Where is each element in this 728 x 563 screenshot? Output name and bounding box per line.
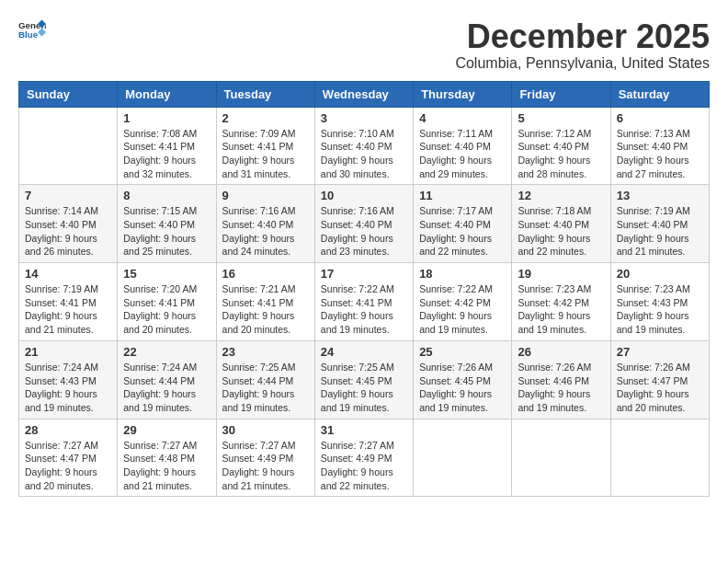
day-number: 16 — [222, 267, 309, 281]
column-header-tuesday: Tuesday — [216, 81, 314, 107]
column-header-saturday: Saturday — [610, 81, 709, 107]
day-info: Sunrise: 7:26 AM Sunset: 4:46 PM Dayligh… — [518, 361, 604, 415]
calendar-cell: 23Sunrise: 7:25 AM Sunset: 4:44 PM Dayli… — [216, 340, 314, 419]
calendar-cell — [512, 419, 610, 497]
calendar-cell: 21Sunrise: 7:24 AM Sunset: 4:43 PM Dayli… — [19, 340, 118, 419]
day-number: 3 — [321, 111, 407, 125]
day-number: 6 — [617, 111, 703, 125]
day-number: 7 — [25, 189, 111, 202]
day-number: 10 — [321, 189, 407, 202]
calendar-cell: 7Sunrise: 7:14 AM Sunset: 4:40 PM Daylig… — [19, 185, 118, 263]
calendar-cell: 11Sunrise: 7:17 AM Sunset: 4:40 PM Dayli… — [414, 185, 512, 263]
day-info: Sunrise: 7:25 AM Sunset: 4:44 PM Dayligh… — [222, 361, 309, 415]
calendar-cell: 31Sunrise: 7:27 AM Sunset: 4:49 PM Dayli… — [314, 419, 413, 497]
logo-icon: General Blue — [18, 18, 46, 40]
calendar-week-row: 1Sunrise: 7:08 AM Sunset: 4:41 PM Daylig… — [19, 107, 710, 185]
calendar-cell: 2Sunrise: 7:09 AM Sunset: 4:41 PM Daylig… — [216, 107, 314, 185]
day-number: 15 — [123, 267, 210, 281]
calendar-cell: 10Sunrise: 7:16 AM Sunset: 4:40 PM Dayli… — [314, 185, 413, 263]
day-info: Sunrise: 7:26 AM Sunset: 4:45 PM Dayligh… — [419, 361, 506, 415]
calendar-cell: 3Sunrise: 7:10 AM Sunset: 4:40 PM Daylig… — [314, 107, 413, 185]
day-info: Sunrise: 7:12 AM Sunset: 4:40 PM Dayligh… — [518, 127, 604, 181]
calendar-cell: 28Sunrise: 7:27 AM Sunset: 4:47 PM Dayli… — [19, 419, 118, 497]
day-number: 4 — [419, 111, 506, 125]
calendar-cell: 26Sunrise: 7:26 AM Sunset: 4:46 PM Dayli… — [512, 340, 610, 419]
calendar-cell: 18Sunrise: 7:22 AM Sunset: 4:42 PM Dayli… — [414, 263, 512, 341]
logo: General Blue — [18, 18, 46, 40]
day-info: Sunrise: 7:27 AM Sunset: 4:48 PM Dayligh… — [123, 439, 210, 493]
day-info: Sunrise: 7:17 AM Sunset: 4:40 PM Dayligh… — [419, 204, 506, 259]
svg-text:Blue: Blue — [18, 29, 39, 40]
title-section: December 2025 Columbia, Pennsylvania, Un… — [455, 18, 710, 72]
day-info: Sunrise: 7:20 AM Sunset: 4:41 PM Dayligh… — [123, 282, 210, 337]
day-number: 22 — [123, 345, 210, 359]
calendar-cell — [414, 419, 512, 497]
day-number: 21 — [25, 345, 111, 359]
column-header-friday: Friday — [512, 81, 610, 107]
day-info: Sunrise: 7:24 AM Sunset: 4:43 PM Dayligh… — [25, 361, 111, 415]
column-header-wednesday: Wednesday — [314, 81, 413, 107]
day-info: Sunrise: 7:22 AM Sunset: 4:42 PM Dayligh… — [419, 282, 506, 337]
calendar-cell — [19, 107, 118, 185]
day-info: Sunrise: 7:23 AM Sunset: 4:43 PM Dayligh… — [617, 282, 703, 337]
day-number: 1 — [123, 111, 210, 125]
calendar-header-row: SundayMondayTuesdayWednesdayThursdayFrid… — [19, 81, 710, 107]
day-number: 23 — [222, 345, 309, 359]
calendar-cell: 13Sunrise: 7:19 AM Sunset: 4:40 PM Dayli… — [610, 185, 709, 263]
day-number: 11 — [419, 189, 506, 202]
calendar-cell: 1Sunrise: 7:08 AM Sunset: 4:41 PM Daylig… — [118, 107, 216, 185]
day-number: 29 — [123, 423, 210, 437]
day-info: Sunrise: 7:09 AM Sunset: 4:41 PM Dayligh… — [222, 127, 309, 181]
day-number: 5 — [518, 111, 604, 125]
page-header: General Blue December 2025 Columbia, Pen… — [18, 18, 710, 72]
calendar-cell: 15Sunrise: 7:20 AM Sunset: 4:41 PM Dayli… — [118, 263, 216, 341]
location-title: Columbia, Pennsylvania, United States — [455, 55, 710, 72]
day-number: 8 — [123, 189, 210, 202]
day-number: 19 — [518, 267, 604, 281]
day-info: Sunrise: 7:25 AM Sunset: 4:45 PM Dayligh… — [321, 361, 407, 415]
day-number: 31 — [321, 423, 407, 437]
calendar-cell: 25Sunrise: 7:26 AM Sunset: 4:45 PM Dayli… — [414, 340, 512, 419]
day-info: Sunrise: 7:08 AM Sunset: 4:41 PM Dayligh… — [123, 127, 210, 181]
calendar-cell: 12Sunrise: 7:18 AM Sunset: 4:40 PM Dayli… — [512, 185, 610, 263]
day-info: Sunrise: 7:27 AM Sunset: 4:49 PM Dayligh… — [321, 439, 407, 493]
column-header-monday: Monday — [118, 81, 216, 107]
calendar-cell: 16Sunrise: 7:21 AM Sunset: 4:41 PM Dayli… — [216, 263, 314, 341]
calendar-week-row: 7Sunrise: 7:14 AM Sunset: 4:40 PM Daylig… — [19, 185, 710, 263]
day-info: Sunrise: 7:16 AM Sunset: 4:40 PM Dayligh… — [321, 204, 407, 259]
day-number: 18 — [419, 267, 506, 281]
day-info: Sunrise: 7:26 AM Sunset: 4:47 PM Dayligh… — [617, 361, 703, 415]
day-number: 27 — [617, 345, 703, 359]
calendar-table: SundayMondayTuesdayWednesdayThursdayFrid… — [18, 81, 710, 498]
day-info: Sunrise: 7:19 AM Sunset: 4:40 PM Dayligh… — [617, 204, 703, 259]
day-number: 12 — [518, 189, 604, 202]
calendar-week-row: 14Sunrise: 7:19 AM Sunset: 4:41 PM Dayli… — [19, 263, 710, 341]
day-number: 20 — [617, 267, 703, 281]
day-info: Sunrise: 7:27 AM Sunset: 4:47 PM Dayligh… — [25, 439, 111, 493]
column-header-thursday: Thursday — [414, 81, 512, 107]
day-info: Sunrise: 7:13 AM Sunset: 4:40 PM Dayligh… — [617, 127, 703, 181]
calendar-cell: 17Sunrise: 7:22 AM Sunset: 4:41 PM Dayli… — [314, 263, 413, 341]
calendar-cell: 24Sunrise: 7:25 AM Sunset: 4:45 PM Dayli… — [314, 340, 413, 419]
calendar-cell: 29Sunrise: 7:27 AM Sunset: 4:48 PM Dayli… — [118, 419, 216, 497]
calendar-cell: 14Sunrise: 7:19 AM Sunset: 4:41 PM Dayli… — [19, 263, 118, 341]
day-info: Sunrise: 7:24 AM Sunset: 4:44 PM Dayligh… — [123, 361, 210, 415]
month-title: December 2025 — [455, 18, 710, 55]
day-number: 17 — [321, 267, 407, 281]
calendar-cell: 6Sunrise: 7:13 AM Sunset: 4:40 PM Daylig… — [610, 107, 709, 185]
day-number: 13 — [617, 189, 703, 202]
day-info: Sunrise: 7:19 AM Sunset: 4:41 PM Dayligh… — [25, 282, 111, 337]
day-info: Sunrise: 7:10 AM Sunset: 4:40 PM Dayligh… — [321, 127, 407, 181]
calendar-cell: 4Sunrise: 7:11 AM Sunset: 4:40 PM Daylig… — [414, 107, 512, 185]
day-number: 2 — [222, 111, 309, 125]
day-info: Sunrise: 7:22 AM Sunset: 4:41 PM Dayligh… — [321, 282, 407, 337]
calendar-cell: 8Sunrise: 7:15 AM Sunset: 4:40 PM Daylig… — [118, 185, 216, 263]
column-header-sunday: Sunday — [19, 81, 118, 107]
calendar-cell: 30Sunrise: 7:27 AM Sunset: 4:49 PM Dayli… — [216, 419, 314, 497]
day-info: Sunrise: 7:21 AM Sunset: 4:41 PM Dayligh… — [222, 282, 309, 337]
calendar-cell: 5Sunrise: 7:12 AM Sunset: 4:40 PM Daylig… — [512, 107, 610, 185]
calendar-cell: 22Sunrise: 7:24 AM Sunset: 4:44 PM Dayli… — [118, 340, 216, 419]
calendar-week-row: 28Sunrise: 7:27 AM Sunset: 4:47 PM Dayli… — [19, 419, 710, 497]
calendar-cell — [610, 419, 709, 497]
day-number: 25 — [419, 345, 506, 359]
